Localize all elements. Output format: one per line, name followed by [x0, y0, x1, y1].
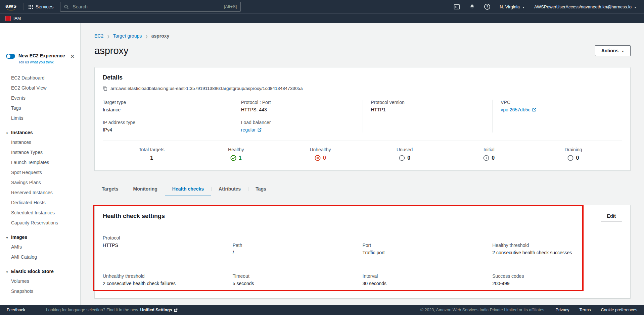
sidebar-item-snapshots[interactable]: Snapshots — [0, 286, 80, 296]
field-value: 2 consecutive health check successes — [492, 250, 622, 255]
stat-unhealthy: Unhealthy 0 — [278, 147, 362, 162]
field-label: Protocol version — [371, 100, 487, 105]
new-ec2-experience-panel: New EC2 Experience Tell us what you thin… — [0, 53, 80, 64]
new-experience-title: New EC2 Experience — [18, 53, 65, 59]
new-experience-feedback-link[interactable]: Tell us what you think — [18, 60, 65, 64]
breadcrumb-target-groups[interactable]: Target groups — [113, 33, 142, 39]
topnav-divider — [24, 3, 24, 10]
health-check-section: Health check settings Edit Protocol HTTP… — [94, 205, 631, 299]
details-card: Details arn:aws:elasticloadbalancing:us-… — [94, 67, 631, 171]
app-body: New EC2 Experience Tell us what you thin… — [0, 23, 644, 305]
chevron-down-icon — [622, 48, 624, 53]
services-menu-button[interactable]: Services — [27, 4, 55, 9]
field-success-codes: Success codes 200-499 — [492, 273, 622, 286]
sidebar-section-elastic-block-store[interactable]: Elastic Block Store — [0, 266, 80, 276]
vpc-link-label: vpc-2657db5c — [501, 107, 530, 112]
region-selector[interactable]: N. Virginia — [500, 4, 525, 9]
favorite-iam-link[interactable]: IAM — [13, 16, 21, 21]
vpc-link[interactable]: vpc-2657db5c — [501, 107, 536, 112]
tab-health-checks[interactable]: Health checks — [165, 183, 211, 196]
tab-attributes[interactable]: Attributes — [211, 183, 248, 196]
stat-unused: Unused 0 — [363, 147, 447, 162]
cloudshell-icon[interactable] — [454, 4, 460, 10]
edit-button[interactable]: Edit — [601, 211, 622, 221]
help-icon[interactable] — [484, 4, 490, 10]
field-unhealthy-threshold: Unhealthy threshold 2 consecutive health… — [103, 273, 233, 286]
sidebar-section-label: Images — [11, 234, 27, 240]
breadcrumb-ec2[interactable]: EC2 — [94, 33, 103, 39]
field-value: 2 consecutive health check failures — [103, 281, 233, 286]
copyright-text: © 2023, Amazon Web Services India Privat… — [420, 308, 546, 312]
sidebar-item-volumes[interactable]: Volumes — [0, 276, 80, 286]
field-load-balancer: Load balancer regular — [241, 120, 357, 133]
health-check-fields: Protocol HTTPS Path / Port Traffic port … — [95, 227, 630, 298]
sidebar-item-limits[interactable]: Limits — [0, 113, 80, 123]
sidebar-item-instances[interactable]: Instances — [0, 137, 80, 147]
field-label: Port — [363, 243, 493, 248]
region-label: N. Virginia — [500, 4, 520, 9]
tab-targets[interactable]: Targets — [94, 183, 126, 196]
target-group-arn: arn:aws:elasticloadbalancing:us-east-1:3… — [110, 86, 303, 91]
field-protocol: Protocol HTTPS — [103, 235, 233, 255]
sidebar-item-tags[interactable]: Tags — [0, 103, 80, 113]
stat-value: 0 — [576, 155, 579, 161]
health-check-card: Health check settings Edit Protocol HTTP… — [94, 205, 631, 299]
copy-icon[interactable] — [103, 86, 107, 91]
sidebar-item-amis[interactable]: AMIs — [0, 242, 80, 252]
sidebar-item-instance-types[interactable]: Instance Types — [0, 147, 80, 157]
stat-label: Unhealthy — [278, 147, 362, 152]
tab-tags[interactable]: Tags — [248, 183, 274, 196]
sidebar-item-ec2-dashboard[interactable]: EC2 Dashboard — [0, 73, 80, 83]
field-value: 5 seconds — [233, 281, 363, 286]
unhealthy-cross-icon — [315, 155, 321, 161]
footer-right-group: © 2023, Amazon Web Services India Privat… — [420, 308, 637, 312]
services-label: Services — [36, 4, 54, 9]
close-icon[interactable] — [70, 53, 75, 60]
sidebar-item-scheduled-instances[interactable]: Scheduled Instances — [0, 208, 80, 218]
tab-monitoring[interactable]: Monitoring — [126, 183, 165, 196]
notifications-bell-icon[interactable] — [469, 4, 475, 10]
sidebar-item-ec2-global-view[interactable]: EC2 Global View — [0, 83, 80, 93]
sidebar-item-savings-plans[interactable]: Savings Plans — [0, 177, 80, 188]
sidebar-item-ami-catalog[interactable]: AMI Catalog — [0, 252, 80, 262]
sidebar-item-events[interactable]: Events — [0, 93, 80, 103]
field-value: Instance — [103, 107, 227, 112]
new-experience-toggle[interactable] — [6, 54, 15, 59]
field-value: HTTPS: 443 — [241, 107, 357, 112]
sidebar-item-launch-templates[interactable]: Launch Templates — [0, 157, 80, 167]
actions-button[interactable]: Actions — [595, 45, 631, 56]
load-balancer-link[interactable]: regular — [241, 127, 262, 133]
sidebar-section-images[interactable]: Images — [0, 232, 80, 242]
stat-label: Total targets — [109, 147, 194, 152]
aws-logo[interactable]: aws — [5, 3, 17, 10]
stat-total-targets: Total targets 1 — [109, 147, 194, 162]
load-balancer-link-label: regular — [241, 127, 256, 133]
search-input[interactable] — [60, 2, 241, 12]
sidebar-item-dedicated-hosts[interactable]: Dedicated Hosts — [0, 198, 80, 208]
field-label: Protocol — [103, 235, 233, 241]
breadcrumb-separator-icon — [145, 33, 148, 39]
new-experience-text: New EC2 Experience Tell us what you thin… — [18, 53, 65, 64]
account-menu[interactable]: AWSPowerUserAccess/navaneeth.kn@harness.… — [534, 4, 637, 9]
unified-settings-link[interactable]: Unified Settings — [140, 308, 177, 312]
tab-bar: Targets Monitoring Health checks Attribu… — [94, 183, 631, 196]
external-link-icon — [174, 308, 178, 312]
stat-value: 1 — [239, 155, 242, 161]
sidebar-item-capacity-reservations[interactable]: Capacity Reservations — [0, 218, 80, 228]
sidebar-item-reserved-instances[interactable]: Reserved Instances — [0, 188, 80, 198]
top-navigation-bar: aws Services [Alt+S] N. Virginia AWSPowe… — [0, 0, 644, 13]
privacy-link[interactable]: Privacy — [556, 308, 569, 312]
sidebar-section-instances[interactable]: Instances — [0, 127, 80, 137]
unused-minus-icon — [399, 155, 405, 161]
global-search: [Alt+S] — [60, 2, 241, 12]
cookie-preferences-link[interactable]: Cookie preferences — [601, 308, 637, 312]
terms-link[interactable]: Terms — [580, 308, 591, 312]
sidebar-item-spot-requests[interactable]: Spot Requests — [0, 167, 80, 177]
field-vpc: VPC vpc-2657db5c — [501, 100, 616, 112]
feedback-link[interactable]: Feedback — [7, 308, 25, 312]
field-value: 30 seconds — [363, 281, 493, 286]
details-column-4: VPC vpc-2657db5c — [492, 100, 622, 133]
field-value: HTTPS — [103, 243, 233, 248]
field-protocol-port: Protocol : Port HTTPS: 443 — [241, 100, 357, 112]
aws-logo-smile-icon — [7, 8, 15, 10]
